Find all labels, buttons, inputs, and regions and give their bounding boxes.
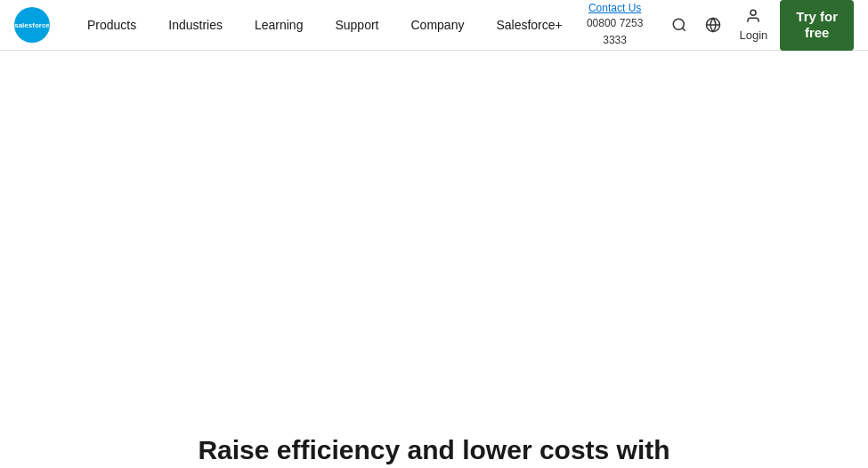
nav-item-company[interactable]: Company bbox=[395, 0, 481, 51]
svg-text:salesforce: salesforce bbox=[14, 21, 50, 29]
contact-link[interactable]: Contact Us bbox=[579, 2, 652, 14]
hero-title: Raise efficiency and lower costs with Sa… bbox=[71, 433, 797, 468]
user-icon bbox=[745, 8, 761, 28]
salesforce-logo[interactable]: salesforce bbox=[14, 7, 50, 43]
nav-item-industries[interactable]: Industries bbox=[152, 0, 239, 51]
nav-item-support[interactable]: Support bbox=[319, 0, 394, 51]
search-button[interactable] bbox=[666, 9, 694, 41]
hero-section: Raise efficiency and lower costs with Sa… bbox=[0, 433, 868, 468]
contact-phone: 00800 7253 3333 bbox=[587, 17, 643, 46]
nav-item-salesforce-plus[interactable]: Salesforce+ bbox=[480, 0, 578, 51]
globe-button[interactable] bbox=[699, 9, 727, 41]
login-label: Login bbox=[740, 28, 768, 42]
page-wrapper: Raise efficiency and lower costs with Sa… bbox=[0, 433, 868, 468]
navbar: salesforce Products Industries Learning … bbox=[0, 0, 868, 51]
svg-point-2 bbox=[674, 19, 685, 29]
login-button[interactable]: Login bbox=[733, 4, 775, 45]
nav-item-learning[interactable]: Learning bbox=[239, 0, 320, 51]
nav-item-products[interactable]: Products bbox=[71, 0, 152, 51]
svg-point-4 bbox=[750, 10, 756, 15]
try-free-button[interactable]: Try for free bbox=[780, 0, 854, 51]
contact-block: Contact Us 00800 7253 3333 bbox=[579, 2, 652, 48]
nav-right: Contact Us 00800 7253 3333 Login bbox=[579, 0, 854, 51]
nav-links: Products Industries Learning Support Com… bbox=[71, 0, 579, 51]
